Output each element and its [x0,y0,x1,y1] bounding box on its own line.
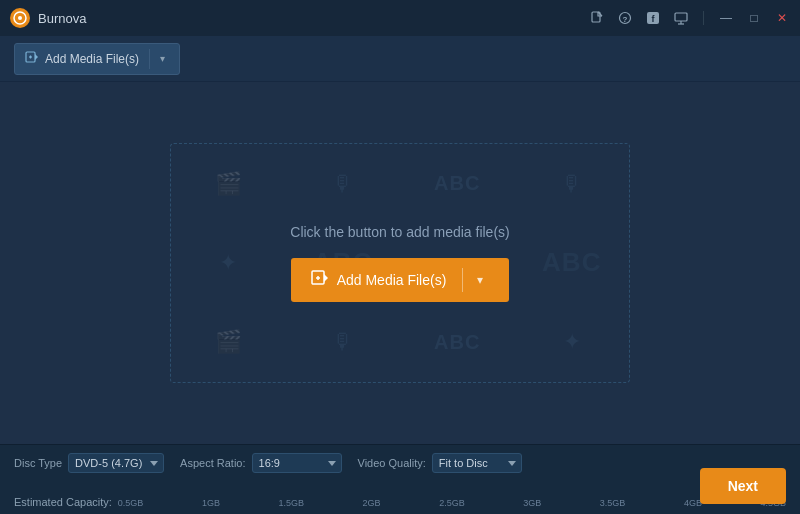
svg-marker-17 [324,274,328,282]
toolbar: Add Media File(s) ▾ [0,36,800,82]
tick-0: 0.5GB [118,498,144,508]
title-bar-left: Burnova [10,8,86,28]
video-quality-group: Video Quality: Fit to Disc High Medium L… [358,453,522,473]
main-area: 🎬 🎙 ABC 🎙 ✦ ABC ABC 🎬 🎙 ABC ✦ Click the … [0,82,800,444]
next-button[interactable]: Next [700,468,786,504]
disc-type-select[interactable]: DVD-5 (4.7G) DVD-9 (8.5G) BD-25 BD-50 [68,453,164,473]
facebook-icon[interactable]: f [645,10,661,26]
tick-5: 3GB [523,498,541,508]
bottom-controls: Disc Type DVD-5 (4.7G) DVD-9 (8.5G) BD-2… [14,453,786,473]
aspect-ratio-select[interactable]: 16:9 4:3 [252,453,342,473]
wm-film: 🎬 [171,144,286,223]
wm-star2: ✦ [515,303,630,382]
title-bar-right: ? f — □ ✕ [589,10,790,26]
wm-abc4: ABC [400,303,515,382]
toolbar-dropdown-sep [149,49,150,69]
title-bar: Burnova ? f [0,0,800,36]
tick-4: 2.5GB [439,498,465,508]
wm-star1: ✦ [171,223,286,302]
main-add-media-label: Add Media File(s) [337,272,447,288]
file-icon[interactable] [589,10,605,26]
aspect-ratio-label: Aspect Ratio: [180,457,245,469]
capacity-bar-container: 0.5GB 1GB 1.5GB 2GB 2.5GB 3GB 3.5GB 4GB … [118,496,786,508]
drop-zone[interactable]: 🎬 🎙 ABC 🎙 ✦ ABC ABC 🎬 🎙 ABC ✦ Click the … [170,143,630,383]
minimize-button[interactable]: — [718,10,734,26]
capacity-ticks: 0.5GB 1GB 1.5GB 2GB 2.5GB 3GB 3.5GB 4GB … [118,496,786,508]
tick-1: 1GB [202,498,220,508]
maximize-button[interactable]: □ [746,10,762,26]
svg-rect-7 [675,13,687,21]
drop-zone-message: Click the button to add media file(s) [290,224,509,240]
close-button[interactable]: ✕ [774,10,790,26]
disc-type-label: Disc Type [14,457,62,469]
bottom-bar: Disc Type DVD-5 (4.7G) DVD-9 (8.5G) BD-2… [0,444,800,514]
app-title: Burnova [38,11,86,26]
capacity-row: Estimated Capacity: 0.5GB 1GB 1.5GB 2GB … [14,496,786,508]
monitor-icon[interactable] [673,10,689,26]
svg-point-1 [18,16,22,20]
main-add-media-button[interactable]: Add Media File(s) ▾ [291,258,510,302]
capacity-label: Estimated Capacity: [14,496,112,508]
wm-abc3: ABC [515,223,630,302]
main-add-sep [462,268,463,292]
toolbar-add-media-button[interactable]: Add Media File(s) ▾ [14,43,180,75]
main-add-icon [311,269,329,291]
tick-2: 1.5GB [278,498,304,508]
wm-mic3: 🎙 [286,303,401,382]
video-quality-label: Video Quality: [358,457,426,469]
disc-type-group: Disc Type DVD-5 (4.7G) DVD-9 (8.5G) BD-2… [14,453,164,473]
help-icon[interactable]: ? [617,10,633,26]
aspect-ratio-group: Aspect Ratio: 16:9 4:3 [180,453,341,473]
wm-mic2: 🎙 [515,144,630,223]
svg-text:?: ? [623,15,628,24]
wm-mic1: 🎙 [286,144,401,223]
toolbar-add-media-label: Add Media File(s) [45,52,139,66]
tick-3: 2GB [363,498,381,508]
video-quality-select[interactable]: Fit to Disc High Medium Low [432,453,522,473]
tick-6: 3.5GB [600,498,626,508]
svg-marker-13 [35,54,38,60]
wm-abc1: ABC [400,144,515,223]
main-add-arrow[interactable]: ▾ [471,273,489,287]
app-icon [10,8,30,28]
toolbar-dropdown-arrow[interactable]: ▾ [156,53,169,64]
wm-film2: 🎬 [171,303,286,382]
add-media-icon [25,50,39,67]
